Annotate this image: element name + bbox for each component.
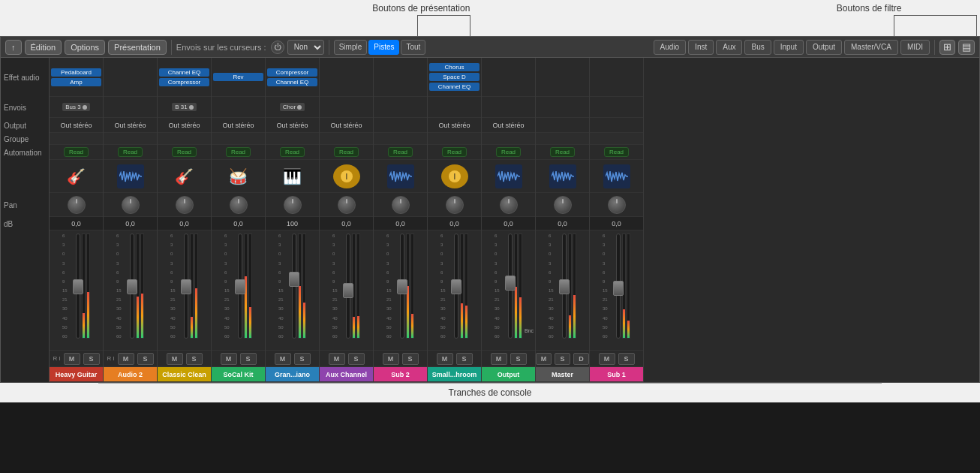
fader-track[interactable]	[238, 233, 242, 339]
channel-name-tag[interactable]: Sub 1	[590, 367, 643, 381]
pan-knob[interactable]	[608, 196, 626, 214]
solo-button[interactable]: S	[186, 353, 203, 365]
fader-handle[interactable]	[73, 279, 83, 294]
automation-button[interactable]: Read	[64, 147, 89, 157]
insert-slot[interactable]: Channel EQ	[267, 78, 317, 86]
filter-mastervca[interactable]: Master/VCA	[844, 40, 898, 55]
mute-button[interactable]: M	[437, 353, 453, 365]
channel-name-tag[interactable]: Output	[482, 367, 535, 381]
mute-button[interactable]: M	[275, 353, 291, 365]
pan-knob[interactable]	[554, 196, 572, 214]
solo-button[interactable]: S	[83, 353, 100, 365]
automation-button[interactable]: Read	[118, 147, 143, 157]
fader-track[interactable]	[130, 233, 134, 339]
fader-track[interactable]	[508, 233, 513, 339]
back-button[interactable]: ↑	[5, 40, 22, 55]
pan-knob[interactable]	[284, 196, 302, 214]
fader-handle[interactable]	[181, 279, 191, 294]
send-slot[interactable]: Bus 3	[62, 103, 89, 111]
filter-output[interactable]: Output	[806, 40, 842, 55]
fader-handle[interactable]	[397, 279, 407, 294]
solo-button[interactable]: S	[294, 353, 311, 365]
pan-knob[interactable]	[176, 196, 194, 214]
mute-button[interactable]: M	[64, 353, 80, 365]
insert-slot[interactable]: Amp	[51, 78, 101, 86]
solo-button[interactable]: S	[402, 353, 419, 365]
view-pistes-button[interactable]: Pistes	[368, 40, 399, 55]
insert-slot[interactable]: Rev	[213, 73, 263, 81]
pan-knob[interactable]	[122, 196, 140, 214]
fader-handle[interactable]	[289, 272, 299, 287]
filter-midi[interactable]: MIDI	[900, 40, 930, 55]
filter-bus[interactable]: Bus	[744, 40, 771, 55]
layout-btn-2[interactable]: ▤	[958, 40, 975, 55]
fader-handle[interactable]	[451, 279, 461, 294]
fader-track[interactable]	[616, 233, 621, 339]
automation-button[interactable]: Read	[226, 147, 251, 157]
pan-knob[interactable]	[446, 196, 464, 214]
solo-button[interactable]: S	[240, 353, 257, 365]
solo-button[interactable]: S	[510, 353, 527, 365]
solo-button[interactable]: S	[618, 353, 635, 365]
fader-track[interactable]	[76, 233, 80, 339]
solo-button[interactable]: S	[555, 353, 570, 365]
pan-knob[interactable]	[500, 196, 518, 214]
mute-button[interactable]: M	[491, 353, 507, 365]
mute-button[interactable]: M	[118, 353, 134, 365]
fader-handle[interactable]	[613, 281, 624, 296]
view-tout-button[interactable]: Tout	[401, 40, 425, 55]
channel-name-tag[interactable]: Heavy Guitar	[50, 367, 103, 381]
fader-track[interactable]	[400, 233, 404, 339]
power-button[interactable]: ⏻	[271, 41, 284, 54]
send-slot[interactable]: B 31	[172, 103, 196, 111]
automation-button[interactable]: Read	[442, 147, 467, 157]
insert-slot[interactable]: Compressor	[267, 68, 317, 77]
channel-name-tag[interactable]: Aux Channel	[320, 367, 373, 381]
fader-handle[interactable]	[127, 279, 137, 294]
automation-button[interactable]: Read	[280, 147, 305, 157]
channel-name-tag[interactable]: Gran...iano	[266, 367, 319, 381]
automation-button[interactable]: Read	[550, 147, 575, 157]
envois-select[interactable]: Non Oui	[287, 40, 324, 55]
channel-name-tag[interactable]: SoCal Kit	[212, 367, 265, 381]
insert-slot[interactable]: Chorus	[429, 63, 479, 71]
mute-button[interactable]: M	[329, 353, 345, 365]
presentation-button[interactable]: Présentation	[108, 40, 167, 55]
insert-slot[interactable]: Channel EQ	[429, 83, 479, 91]
filter-inst[interactable]: Inst	[688, 40, 714, 55]
insert-slot[interactable]: Space D	[429, 73, 479, 81]
solo-button[interactable]: S	[456, 353, 473, 365]
edition-button[interactable]: Édition	[25, 40, 62, 55]
insert-slot[interactable]: Channel EQ	[159, 68, 209, 77]
options-button[interactable]: Options	[65, 40, 105, 55]
channel-name-tag[interactable]: Sub 2	[374, 367, 427, 381]
automation-button[interactable]: Read	[496, 147, 521, 157]
filter-aux[interactable]: Aux	[716, 40, 742, 55]
automation-button[interactable]: Read	[604, 147, 629, 157]
mute-button[interactable]: M	[599, 353, 615, 365]
channel-name-tag[interactable]: Classic Clean	[158, 367, 211, 381]
fader-track[interactable]	[562, 233, 567, 339]
solo-button[interactable]: S	[348, 353, 365, 365]
pan-knob[interactable]	[230, 196, 248, 214]
fader-handle[interactable]	[235, 279, 245, 294]
mute-button[interactable]: M	[167, 353, 183, 365]
automation-button[interactable]: Read	[334, 147, 359, 157]
automation-button[interactable]: Read	[388, 147, 413, 157]
fader-track[interactable]	[346, 233, 350, 339]
fader-track[interactable]	[454, 233, 458, 339]
automation-button[interactable]: Read	[172, 147, 197, 157]
mute-button[interactable]: M	[536, 353, 552, 365]
mute-button[interactable]: M	[221, 353, 237, 365]
fader-handle[interactable]	[343, 283, 353, 298]
channel-name-tag[interactable]: Small...hroom	[428, 367, 481, 381]
channel-name-tag[interactable]: Audio 2	[104, 367, 157, 381]
insert-slot[interactable]: Compressor	[159, 78, 209, 86]
pan-knob[interactable]	[392, 196, 410, 214]
pan-knob[interactable]	[68, 196, 86, 214]
solo-button[interactable]: S	[137, 353, 154, 365]
channel-name-tag[interactable]: Master	[536, 367, 589, 381]
fader-handle[interactable]	[559, 279, 570, 294]
insert-slot[interactable]: Pedalboard	[51, 68, 101, 77]
view-simple-button[interactable]: Simple	[334, 40, 368, 55]
